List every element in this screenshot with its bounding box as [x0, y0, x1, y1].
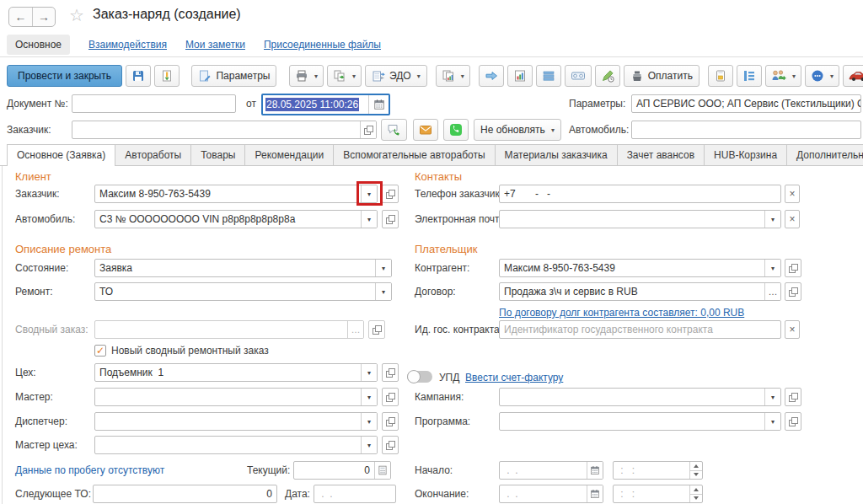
contractor-open-button[interactable] [785, 259, 801, 277]
post-document-button[interactable] [154, 65, 180, 87]
campaign-open-button[interactable] [785, 388, 801, 406]
shop-open-button[interactable] [382, 363, 399, 382]
start-time-spinner[interactable] [689, 462, 702, 479]
email-dropdown-button[interactable]: ▾ [764, 211, 780, 228]
parameters-button[interactable]: Параметры [191, 65, 276, 87]
email-button[interactable] [413, 119, 438, 141]
next-to-field[interactable]: 0 [93, 485, 277, 503]
forward-document-button[interactable] [479, 65, 504, 87]
master-field[interactable]: ▾ [94, 388, 378, 406]
dispatcher-dropdown-button[interactable]: ▾ [361, 413, 377, 430]
client-customer-field[interactable]: Максим 8-950-763-5439 ▾ [94, 185, 378, 203]
current-mileage-calc-button[interactable] [374, 462, 390, 479]
enter-invoice-link[interactable]: Ввести счет-фактуру [465, 368, 563, 387]
add-participants-dropdown-arrow[interactable]: ▾ [792, 72, 796, 80]
summary-order-open-button[interactable] [368, 320, 385, 339]
no-update-button[interactable]: Не обновлять ▾ [474, 119, 561, 141]
menu-attachments-link[interactable]: Присоединенные файлы [264, 39, 381, 51]
mileage-missing-link[interactable]: Данные по пробегу отсутствуют [15, 461, 164, 480]
pay-button[interactable]: Оплатить [624, 65, 700, 87]
contractor-dropdown-button[interactable]: ▾ [764, 260, 780, 276]
reports-button[interactable]: ▾ [436, 65, 470, 87]
parameters-value-field[interactable]: АП СЕРВИС ООО; АП Сервис (Текстильщики) … [631, 94, 861, 113]
shop-master-dropdown-button[interactable]: ▾ [361, 437, 377, 453]
contractor-field[interactable]: Максим 8-950-763-5439 ▾ [499, 259, 781, 277]
tab-recommendations[interactable]: Рекомендации [244, 144, 334, 165]
start-time-field[interactable]: : : [613, 461, 703, 480]
gov-contract-field[interactable]: Идентификатор государственного контракта [499, 320, 781, 339]
shop-dropdown-button[interactable]: ▾ [361, 364, 377, 381]
reports-dropdown-arrow[interactable]: ▾ [461, 72, 464, 80]
master-open-button[interactable] [382, 388, 399, 406]
spinner-up[interactable] [690, 462, 702, 470]
next-to-date-field[interactable]: . . [314, 485, 396, 503]
doc-date-input[interactable]: 28.05.2025 11:00:26 [263, 95, 368, 114]
contract-open-button[interactable] [785, 282, 801, 301]
dispatcher-open-button[interactable] [382, 412, 399, 431]
add-participants-button[interactable]: ▾ [765, 65, 801, 87]
save-button[interactable] [126, 65, 151, 87]
end-time-spinner[interactable] [689, 485, 702, 502]
sms-chat-button[interactable] [381, 119, 407, 141]
edo-button[interactable]: ЭДО ▾ [365, 65, 427, 87]
program-field[interactable]: ▾ [499, 412, 781, 431]
post-and-close-button[interactable]: Провести и закрыть [7, 65, 122, 87]
favorite-star-icon[interactable]: ☆ [69, 5, 84, 25]
forward-button[interactable]: → [32, 8, 55, 26]
create-based-dropdown-arrow[interactable]: ▾ [352, 72, 356, 80]
messenger-button[interactable]: ▾ [805, 65, 839, 87]
tab-main-request[interactable]: Основное (Заявка) [7, 144, 115, 166]
tab-aux-works[interactable]: Вспомогательные автоработы [333, 144, 495, 165]
tab-hub-cart[interactable]: HUB-Корзина [704, 144, 787, 165]
phone-field[interactable]: +7 - - [499, 185, 781, 203]
end-date-field[interactable]: . . [499, 485, 603, 503]
spinner-up[interactable] [690, 485, 702, 494]
customer-quick-open-button[interactable] [360, 121, 376, 138]
structure-button[interactable] [737, 65, 762, 87]
card-reader-button[interactable] [708, 65, 733, 87]
new-summary-order-checkbox[interactable]: ✓ [94, 345, 106, 357]
messenger-dropdown-arrow[interactable]: ▾ [830, 72, 834, 80]
tab-goods[interactable]: Товары [190, 144, 245, 165]
current-mileage-field[interactable]: 0 [293, 461, 391, 480]
contract-field[interactable]: Продажа з\ч и сервис в RUB … [499, 282, 781, 301]
repair-type-dropdown-button[interactable]: ▾ [375, 283, 391, 300]
contract-select-button[interactable]: … [764, 283, 780, 300]
print-button[interactable]: ▾ [289, 65, 324, 87]
tab-auto-works[interactable]: Автоработы [115, 144, 191, 165]
menu-notes-link[interactable]: Мои заметки [185, 39, 245, 51]
dispatcher-field[interactable]: ▾ [94, 412, 378, 431]
doc-date-calendar-button[interactable] [368, 95, 389, 114]
client-car-dropdown-button[interactable]: ▾ [361, 211, 377, 228]
program-open-button[interactable] [785, 412, 801, 431]
shop-master-open-button[interactable] [382, 436, 399, 454]
shop-master-field[interactable]: ▾ [94, 436, 378, 454]
repair-type-field[interactable]: ТО ▾ [94, 282, 392, 301]
tab-advance-offset[interactable]: Зачет авансов [617, 144, 705, 165]
edit-time-button[interactable] [595, 65, 620, 87]
spinner-down[interactable] [690, 494, 702, 503]
end-time-field[interactable]: : : [613, 485, 703, 503]
gov-contract-clear-button[interactable]: × [785, 320, 800, 339]
menu-main[interactable]: Основное [7, 35, 70, 55]
tab-customer-materials[interactable]: Материалы заказчика [495, 144, 618, 165]
list-button[interactable] [536, 65, 561, 87]
state-field[interactable]: Заявка ▾ [94, 259, 392, 277]
doc-number-input[interactable] [72, 94, 236, 113]
menu-interactions-link[interactable]: Взаимодействия [88, 39, 167, 51]
contract-debt-link[interactable]: По договору долг контрагента составляет:… [499, 303, 744, 322]
summary-order-select-button[interactable]: … [347, 321, 363, 338]
program-dropdown-button[interactable]: ▾ [764, 413, 780, 430]
upd-toggle[interactable] [407, 371, 432, 383]
campaign-field[interactable]: ▾ [499, 388, 781, 406]
spinner-down[interactable] [690, 470, 702, 480]
email-field[interactable]: ▾ [499, 210, 781, 228]
client-car-open-button[interactable] [382, 210, 399, 228]
create-based-on-button[interactable]: ▾ [327, 65, 362, 87]
print-dropdown-arrow[interactable]: ▾ [314, 72, 318, 80]
end-date-calendar-button[interactable] [587, 485, 603, 502]
tab-additional[interactable]: Дополнительно [786, 144, 863, 165]
email-clear-button[interactable]: × [785, 210, 800, 228]
doc-report-button[interactable] [507, 65, 533, 87]
start-date-field[interactable]: . . [499, 461, 603, 480]
